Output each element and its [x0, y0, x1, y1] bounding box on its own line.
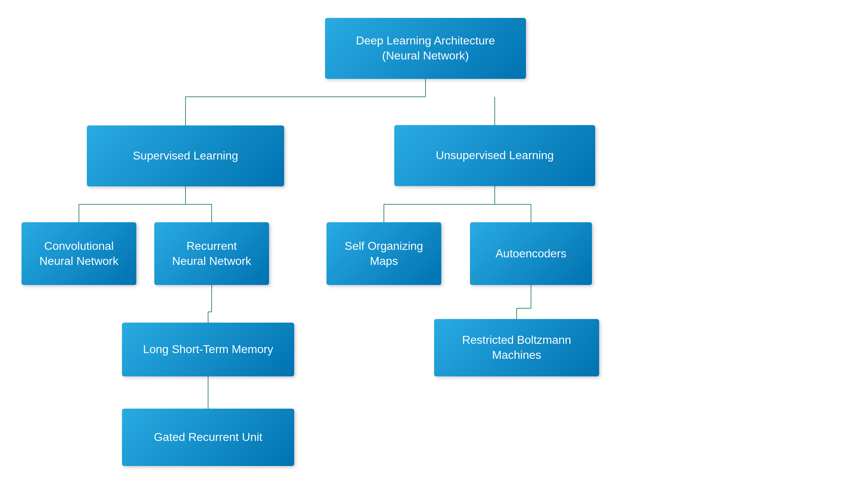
gru-label: Gated Recurrent Unit [154, 430, 262, 445]
lstm-label: Long Short-Term Memory [143, 342, 273, 357]
cnn-node: ConvolutionalNeural Network [22, 222, 136, 285]
supervised-label: Supervised Learning [133, 148, 238, 163]
rbm-label: Restricted BoltzmannMachines [462, 333, 571, 362]
som-label: Self OrganizingMaps [345, 239, 423, 268]
gru-node: Gated Recurrent Unit [122, 409, 294, 466]
root-label: Deep Learning Architecture(Neural Networ… [356, 33, 495, 63]
supervised-node: Supervised Learning [87, 125, 284, 186]
unsupervised-label: Unsupervised Learning [436, 148, 554, 163]
som-node: Self OrganizingMaps [326, 222, 441, 285]
autoencoders-node: Autoencoders [470, 222, 592, 285]
autoencoders-label: Autoencoders [495, 246, 566, 261]
cnn-label: ConvolutionalNeural Network [39, 239, 119, 268]
rbm-node: Restricted BoltzmannMachines [434, 319, 599, 376]
lstm-node: Long Short-Term Memory [122, 323, 294, 376]
rnn-label: RecurrentNeural Network [172, 239, 251, 268]
root-node: Deep Learning Architecture(Neural Networ… [325, 18, 526, 79]
rnn-node: RecurrentNeural Network [154, 222, 269, 285]
diagram-container: Deep Learning Architecture(Neural Networ… [0, 0, 851, 504]
unsupervised-node: Unsupervised Learning [394, 125, 595, 186]
